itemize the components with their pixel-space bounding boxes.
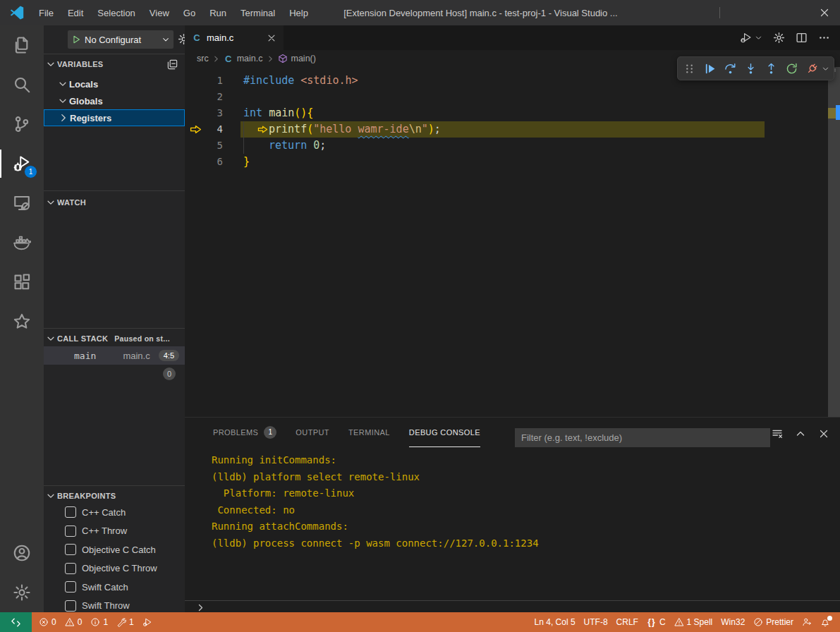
menu-view[interactable]: View xyxy=(142,0,176,25)
start-debugging-icon[interactable] xyxy=(71,35,81,44)
chevron-down-icon[interactable] xyxy=(755,34,762,42)
breakpoint-checkbox[interactable] xyxy=(65,563,76,574)
breadcrumb-item-main-[interactable]: main() xyxy=(278,54,316,63)
breakpoint-row-c-catch[interactable]: C++ Catch xyxy=(44,503,185,521)
menu-help[interactable]: Help xyxy=(282,0,315,25)
status-1-spell[interactable]: 1 Spell xyxy=(670,612,717,632)
layout-panel-button[interactable] xyxy=(669,0,693,25)
more-actions-icon[interactable] xyxy=(818,32,830,44)
sidebar-item-run-and-debug[interactable]: 1 xyxy=(0,144,44,183)
sidebar-item-search[interactable] xyxy=(0,65,44,104)
status-utf-8[interactable]: UTF-8 xyxy=(580,612,612,632)
step-over-button[interactable] xyxy=(722,61,738,76)
breadcrumb-item-src[interactable]: src xyxy=(197,54,209,63)
line-number[interactable]: 6 xyxy=(206,154,223,170)
chevron-down-button[interactable] xyxy=(821,61,830,76)
watch-section-header[interactable]: WATCH xyxy=(44,195,185,210)
variables-row-globals[interactable]: Globals xyxy=(44,92,185,109)
line-number[interactable]: 5 xyxy=(206,138,223,154)
step-into-button[interactable] xyxy=(743,61,758,76)
panel-tab-terminal[interactable]: TERMINAL xyxy=(348,418,390,447)
sidebar-item-settings-gear[interactable] xyxy=(0,573,44,612)
breakpoint-gutter[interactable] xyxy=(185,154,206,170)
menu-terminal[interactable]: Terminal xyxy=(233,0,282,25)
code-line-3[interactable]: 3int main(){ xyxy=(185,105,828,121)
menu-go[interactable]: Go xyxy=(176,0,202,25)
breakpoint-gutter[interactable] xyxy=(185,105,206,121)
variables-section-header[interactable]: VARIABLES xyxy=(44,56,185,72)
line-number[interactable]: 3 xyxy=(206,105,223,121)
status-ln-4-col-5[interactable]: Ln 4, Col 5 xyxy=(530,612,580,632)
sidebar-item-remote-explorer[interactable] xyxy=(0,183,44,223)
layout-sidebar-button[interactable] xyxy=(646,0,669,25)
status-person[interactable] xyxy=(798,612,816,632)
debug-console-filter-input[interactable] xyxy=(515,428,770,447)
restart-button[interactable] xyxy=(784,61,799,76)
breakpoint-gutter[interactable] xyxy=(185,73,206,89)
debug-run-icon[interactable] xyxy=(740,32,752,44)
call-stack-row[interactable]: 0 xyxy=(44,365,185,383)
breakpoint-checkbox[interactable] xyxy=(65,544,76,555)
editor-scrollbar[interactable] xyxy=(828,67,840,417)
drag-grip-button[interactable] xyxy=(681,61,697,76)
code-line-5[interactable]: 5return 0; xyxy=(185,138,828,154)
code-line-2[interactable]: 2 xyxy=(185,89,828,105)
status-crlf[interactable]: CRLF xyxy=(612,612,643,632)
sidebar-item-extensions[interactable] xyxy=(0,262,44,302)
variables-row-registers[interactable]: Registers xyxy=(44,109,185,126)
maximize-panel-icon[interactable] xyxy=(795,428,806,439)
code-line-6[interactable]: 6} xyxy=(185,154,828,170)
remote-indicator[interactable] xyxy=(0,612,32,632)
sidebar-item-explorer[interactable] xyxy=(0,25,44,65)
line-number[interactable]: 4 xyxy=(206,121,223,138)
status-bell[interactable] xyxy=(816,612,834,632)
customize-layout-button[interactable] xyxy=(724,0,747,25)
sidebar-item-star[interactable] xyxy=(0,302,44,341)
breakpoint-checkbox[interactable] xyxy=(65,506,76,518)
breakpoint-gutter[interactable] xyxy=(185,121,206,138)
tab-main-c[interactable]: C main.c xyxy=(185,25,284,50)
code-area[interactable]: 1#include <stdio.h>23int main(){4printf(… xyxy=(185,67,828,417)
close-tab-icon[interactable] xyxy=(267,33,276,43)
status-1[interactable]: 1 xyxy=(86,612,112,632)
breakpoint-row-swift-throw[interactable]: Swift Throw xyxy=(44,597,185,613)
settings-gear-icon[interactable] xyxy=(773,32,785,44)
status-0[interactable]: 0 xyxy=(35,612,61,632)
breakpoint-row-c-throw[interactable]: C++ Throw xyxy=(44,522,185,540)
panel-tab-problems[interactable]: PROBLEMS1 xyxy=(213,418,276,447)
open-launch-json-gear-icon[interactable] xyxy=(178,33,185,45)
panel-tab-output[interactable]: OUTPUT xyxy=(296,418,329,447)
menu-run[interactable]: Run xyxy=(202,0,233,25)
status-prettier[interactable]: Prettier xyxy=(749,612,798,632)
disconnect-button[interactable] xyxy=(804,61,820,76)
status-debug-start[interactable] xyxy=(138,612,157,632)
code-line-4[interactable]: 4printf("hello wamr-ide\n"); xyxy=(185,121,828,138)
status-1[interactable]: 1 xyxy=(112,612,138,632)
line-number[interactable]: 1 xyxy=(206,73,223,89)
close-button[interactable] xyxy=(809,0,840,25)
split-editor-icon[interactable] xyxy=(796,32,808,44)
continue-button[interactable] xyxy=(702,61,717,76)
menu-selection[interactable]: Selection xyxy=(90,0,142,25)
breadcrumb-item-main-c[interactable]: Cmain.c xyxy=(224,54,263,63)
breakpoint-gutter[interactable] xyxy=(185,138,206,154)
sidebar-item-docker[interactable] xyxy=(0,223,44,262)
panel-tab-debug-console[interactable]: DEBUG CONSOLE xyxy=(409,418,480,447)
status-c[interactable]: {}C xyxy=(643,612,670,632)
line-number[interactable]: 2 xyxy=(206,89,223,105)
breakpoint-row-objective-c-catch[interactable]: Objective C Catch xyxy=(44,540,185,559)
call-stack-section-header[interactable]: CALL STACK Paused on st... xyxy=(44,331,185,346)
console-input-prompt-icon[interactable] xyxy=(196,603,205,612)
menu-file[interactable]: File xyxy=(32,0,61,25)
breakpoint-checkbox[interactable] xyxy=(65,581,76,592)
breakpoint-row-objective-c-throw[interactable]: Objective C Throw xyxy=(44,559,185,578)
collapse-all-icon[interactable] xyxy=(167,59,178,70)
close-panel-icon[interactable] xyxy=(818,428,829,439)
status-0[interactable]: 0 xyxy=(61,612,87,632)
breakpoint-checkbox[interactable] xyxy=(65,600,76,612)
sidebar-item-account[interactable] xyxy=(0,533,44,573)
breakpoint-checkbox[interactable] xyxy=(65,525,76,537)
minimize-button[interactable] xyxy=(747,0,778,25)
layout-sidebar-right-button[interactable] xyxy=(693,0,716,25)
clear-console-icon[interactable] xyxy=(772,428,783,439)
